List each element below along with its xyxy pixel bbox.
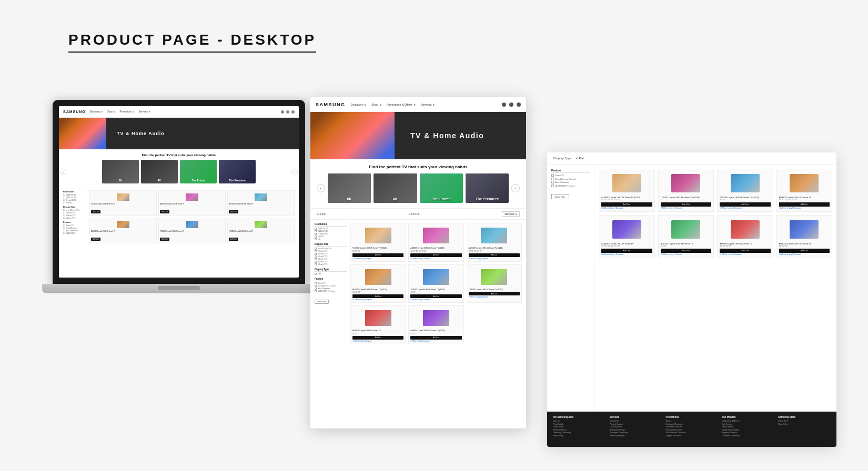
- rp-feature-oneall[interactable]: One All-in-one Control: [551, 178, 590, 180]
- checkbox-qled[interactable]: [315, 290, 317, 292]
- laptop-addcart-3[interactable]: Add Cart: [229, 210, 238, 213]
- checkbox-80[interactable]: [315, 248, 317, 250]
- checkbox-fullhd[interactable]: [315, 236, 317, 238]
- checkbox-65[interactable]: [315, 253, 317, 255]
- browser-size-55[interactable]: 55 inch TVs: [315, 255, 347, 258]
- rp-footer-link-1-4[interactable]: Replace/Renew: [553, 429, 605, 431]
- laptop-card-frame[interactable]: The Frame: [180, 160, 217, 183]
- browser-product-3-links[interactable]: ⊙ Where to buy | Compare: [469, 258, 520, 260]
- rp-checkbox-smart[interactable]: [551, 174, 554, 177]
- rp-footer-link-4-3[interactable]: Brand Identity: [722, 426, 774, 428]
- laptop-nav-link-1[interactable]: Discovery ∨: [90, 110, 103, 113]
- laptop-filter-size-3[interactable]: ☐ 65 inch TVs: [63, 214, 89, 217]
- browser-prev-arrow[interactable]: ‹: [317, 184, 325, 192]
- browser-feature-qled[interactable]: QLED/HDR Premium: [315, 290, 347, 292]
- rp-footer-link-3-4[interactable]: Employee Discount: [666, 429, 718, 431]
- rp-feature-auto[interactable]: Auto Exclusive: [551, 181, 590, 183]
- laptop-addcart-4[interactable]: Add Cart: [91, 238, 100, 241]
- browser-addcart-6[interactable]: Add Cart: [469, 292, 520, 295]
- rp-addcart-7[interactable]: Add Cart: [720, 249, 771, 253]
- browser-addcart-5[interactable]: Add Cart: [410, 294, 461, 298]
- browser-account-icon[interactable]: [517, 103, 521, 107]
- browser-addcart-4[interactable]: Add Cart: [352, 294, 403, 298]
- browser-card-8k[interactable]: 8K: [328, 173, 371, 203]
- rp-addcart-6[interactable]: Add Cart: [661, 249, 712, 253]
- checkbox-smart[interactable]: [315, 282, 317, 284]
- browser-addcart-2[interactable]: Add Cart: [410, 253, 461, 257]
- browser-product-4-links[interactable]: ⊙ Where to buy | Compare: [352, 299, 403, 301]
- rp-footer-link-2-6[interactable]: Samsung Settings: [610, 435, 662, 437]
- laptop-filter-item-4[interactable]: ☐ Full HD: [63, 202, 89, 204]
- browser-res-qled4k[interactable]: QLED 4K TV: [315, 230, 347, 232]
- laptop-card-premiere[interactable]: The Premiere: [219, 160, 256, 183]
- browser-product-1-links[interactable]: ⊙ Where to buy | Compare: [352, 258, 403, 260]
- rp-footer-link-4-1[interactable]: Leadership & Mission: [722, 420, 774, 422]
- rp-feature-smart[interactable]: Smart TV: [551, 174, 590, 177]
- rp-footer-link-2-5[interactable]: Developer Community: [610, 432, 662, 434]
- rp-footer-link-1-5[interactable]: Samsung Community: [553, 432, 605, 434]
- rp-product-5-links[interactable]: ⊙ Where to buy | Compare: [601, 253, 652, 255]
- rp-product-8-links[interactable]: ⊙ Where to buy | Compare: [779, 253, 830, 255]
- browser-clear-filter[interactable]: Clear Filter: [315, 300, 329, 304]
- browser-product-7-links[interactable]: ⊙ Where to buy | Compare: [352, 340, 403, 342]
- browser-sort-select[interactable]: Newest ∨: [502, 211, 520, 217]
- checkbox-crystal[interactable]: [315, 233, 317, 235]
- browser-product-6-links[interactable]: ⊙ Where to buy | Compare: [469, 296, 520, 298]
- laptop-filter-feature-4[interactable]: ☐ QLED/HDR: [63, 232, 89, 234]
- laptop-search-icon[interactable]: [281, 110, 284, 114]
- browser-type-flat[interactable]: Flat: [315, 273, 347, 275]
- browser-filter-label[interactable]: ⊞ Filter: [317, 212, 327, 216]
- laptop-filter-feature-2[interactable]: ☐ One All-in-one: [63, 227, 89, 229]
- rp-footer-link-1-3[interactable]: Order Status: [553, 426, 605, 428]
- rp-product-3-links[interactable]: ⊙ Where to buy | Compare: [720, 207, 771, 209]
- rp-footer-link-3-2[interactable]: Employee Discounts: [666, 423, 718, 425]
- checkbox-flat[interactable]: [315, 273, 317, 275]
- browser-addcart-8[interactable]: Add Cart: [410, 336, 461, 340]
- laptop-addcart-2[interactable]: Add Cart: [160, 210, 169, 213]
- browser-nav-discovery[interactable]: Discovery ∨: [351, 103, 367, 106]
- checkbox-auto[interactable]: [315, 288, 317, 290]
- browser-size-75[interactable]: 75 inch TVs: [315, 250, 347, 252]
- rp-footer-link-5-1[interactable]: Find a Store: [778, 420, 830, 422]
- laptop-nav-link-3[interactable]: Promotions ∨: [120, 110, 135, 113]
- rp-addcart-4[interactable]: Add Cart: [779, 202, 830, 207]
- browser-addcart-1[interactable]: Add Cart: [352, 253, 403, 257]
- browser-search-icon[interactable]: [502, 103, 506, 107]
- rp-product-2-links[interactable]: ⊙ Where to buy | Compare: [661, 207, 712, 209]
- rp-footer-link-2-1[interactable]: Contact Us: [610, 420, 662, 422]
- rp-checkbox-oneall[interactable]: [551, 178, 554, 180]
- rp-footer-link-3-5[interactable]: Find Rewards Discounts: [666, 432, 718, 434]
- laptop-account-icon[interactable]: [291, 110, 295, 114]
- rp-footer-link-4-5[interactable]: Supplier Relations: [722, 432, 774, 434]
- rp-product-7-links[interactable]: ⊙ Where to buy | Compare: [720, 253, 771, 255]
- rp-footer-link-1-2[interactable]: View Details: [553, 423, 605, 425]
- checkbox-hd[interactable]: [315, 238, 317, 240]
- rp-product-1-links[interactable]: ⊙ Where to buy | Compare: [601, 207, 652, 209]
- rp-footer-link-3-3[interactable]: Wholesale Discount: [666, 426, 718, 428]
- laptop-nav-link-2[interactable]: Shop ∨: [107, 110, 116, 113]
- rp-clear-filter[interactable]: Clear Filter: [551, 194, 569, 199]
- rp-checkbox-qled[interactable]: [551, 185, 554, 187]
- browser-size-32[interactable]: 32 inch TVs: [315, 263, 347, 265]
- rp-addcart-2[interactable]: Add Cart: [661, 202, 712, 207]
- browser-size-43[interactable]: 43 inch TVs: [315, 261, 347, 263]
- laptop-card-4k[interactable]: 4K: [141, 160, 178, 183]
- checkbox-50[interactable]: [315, 258, 317, 260]
- laptop-addcart-6[interactable]: Add Cart: [229, 238, 238, 241]
- laptop-filter-size-1[interactable]: ☐ over 80 inch TVs: [63, 209, 89, 211]
- browser-card-frame[interactable]: The Frame: [420, 173, 463, 203]
- laptop-addcart-1[interactable]: Add Cart: [91, 210, 100, 213]
- laptop-prev-arrow[interactable]: ‹: [60, 169, 66, 175]
- rp-footer-link-2-2[interactable]: Product Support: [610, 423, 662, 425]
- laptop-filter-size-2[interactable]: ☐ 75 inch TVs: [63, 212, 89, 214]
- rp-footer-link-4-2[interactable]: Our Science: [722, 423, 774, 425]
- browser-product-8-links[interactable]: ⊙ Where to buy | Compare: [410, 340, 461, 342]
- browser-size-80[interactable]: over 80 inch TVs: [315, 248, 347, 250]
- rp-footer-link-4-4[interactable]: Digital Responsibility: [722, 429, 774, 431]
- laptop-addcart-5[interactable]: Add Cart: [160, 238, 169, 241]
- browser-cart-icon[interactable]: [509, 103, 513, 107]
- laptop-filter-feature-3[interactable]: ☐ Auto-Detection: [63, 230, 89, 232]
- browser-addcart-3[interactable]: Add Cart: [469, 253, 520, 257]
- browser-feature-auto[interactable]: Auto-Detection: [315, 288, 347, 290]
- browser-product-2-links[interactable]: ⊙ Where to buy | Compare: [410, 258, 461, 260]
